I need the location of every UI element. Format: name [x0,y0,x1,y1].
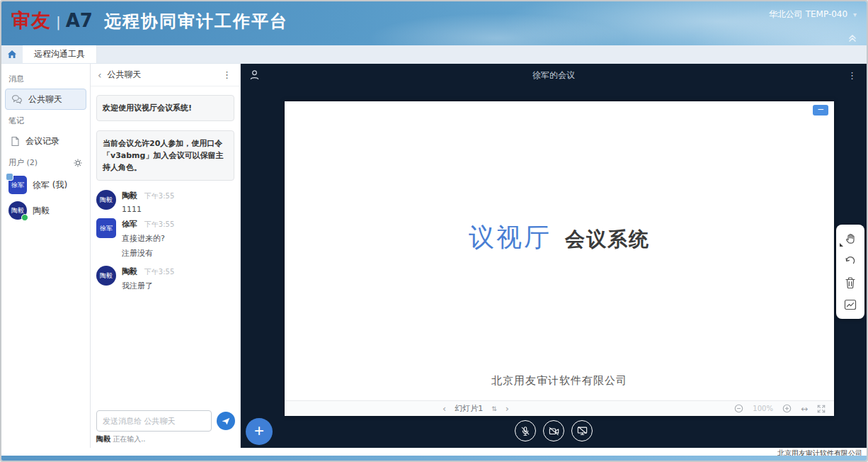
back-icon[interactable]: ‹ [98,69,102,81]
chat-title: 公共聊天 [108,69,142,81]
undo-icon [844,254,857,267]
slide-brand-text: 议视厅 [469,222,552,252]
hand-icon [844,232,857,245]
camera-off-button[interactable] [543,420,564,441]
slide-toolbar: ‹ 幻灯片1 ⇅ › 100% [285,400,834,416]
fullscreen-icon [817,405,826,413]
document-icon [11,136,20,147]
chat-message: 陶毅 陶毅 下午3:55 我注册了 [96,266,234,291]
account-menu[interactable]: 华北公司 TEMP-040 ▾ [769,9,857,21]
sender-name: 陶毅 [122,191,137,201]
shared-screen-area: − 议视厅 会议系统 北京用友审计软件有限公司 ‹ 幻灯片1 ⇅ › [241,86,867,416]
sender-name: 陶毅 [122,267,137,276]
home-button[interactable] [1,45,23,63]
clear-annotations-button[interactable] [843,275,858,291]
hand-tool-button[interactable] [843,231,858,247]
message-text: 直接进来的? [122,233,174,244]
prev-slide-icon[interactable]: ‹ [442,403,446,414]
message-time: 下午3:55 [144,268,174,276]
notes-section-label: 笔记 [1,110,90,130]
sender-name: 徐军 [122,220,137,229]
brand-divider: | [56,13,61,30]
presentation-slide: − 议视厅 会议系统 北京用友审计软件有限公司 ‹ 幻灯片1 ⇅ › [285,101,834,416]
brand-name: 审友 [11,8,51,33]
participant-icon[interactable] [249,69,260,81]
home-icon [7,50,17,59]
chat-message-list: 欢迎使用议视厅会议系统! 当前会议允许20人参加，使用口令「v3abmg」加入会… [91,86,240,448]
tool-options-triangle-icon [840,243,843,247]
brand-logo: 审友 | A7 远程协同审计工作平台 [11,8,288,33]
bottom-accent-bar [1,456,867,461]
zoom-in-button[interactable] [782,404,792,413]
fullscreen-button[interactable] [817,405,826,413]
zoom-out-button[interactable] [734,404,743,413]
message-text: 注册没有 [122,248,234,259]
double-chevron-up-icon [847,32,858,43]
org-name: 华北公司 [769,9,803,19]
avatar: 陶毅 [96,190,116,210]
minimize-slide-button[interactable]: − [813,105,828,116]
user-row-participant[interactable]: 陶毅 陶毅 [1,198,90,223]
users-section-label: 用户 (2) [1,152,90,172]
main-content: 消息 公共聊天 笔记 会议记录 用户 (2) [1,64,867,448]
conference-more-menu-icon[interactable]: ⋮ [846,70,858,81]
gear-icon[interactable] [73,158,83,168]
host-badge-icon [6,173,13,181]
sidebar-item-public-chat[interactable]: 公共聊天 [5,89,86,110]
insert-chart-button[interactable] [843,297,858,312]
avatar: 徐军 [8,176,27,194]
chat-bubbles-icon [11,94,23,104]
caret-down-icon: ▾ [853,11,857,18]
chat-header: ‹ 公共聊天 ⋮ [91,64,240,86]
tab-remote-communication[interactable]: 远程沟通工具 [23,45,97,63]
conference-panel: 徐军的会议 ⋮ − 议视厅 会议系统 北京用友审计软件有限公司 [241,64,867,448]
slide-title: 议视厅 会议系统 [285,220,834,255]
meeting-title: 徐军的会议 [241,69,867,81]
messages-section-label: 消息 [1,68,90,89]
app-header: 审友 | A7 远程协同审计工作平台 华北公司 TEMP-040 ▾ [1,1,867,45]
system-message: 当前会议允许20人参加，使用口令「v3abmg」加入会议可以保留主持人角色。 [96,130,234,181]
message-text: 1111 [122,205,174,214]
brand-product: A7 [66,10,93,31]
avatar: 陶毅 [8,201,27,220]
public-chat-label: 公共聊天 [28,94,62,106]
user-name: 徐军 (我) [33,179,67,191]
system-message: 欢迎使用议视厅会议系统! [96,95,234,121]
trash-icon [845,276,856,289]
tab-label: 远程沟通工具 [34,48,85,60]
typing-indicator: 陶毅 正在输入.. [96,434,234,444]
user-row-self[interactable]: 徐军 徐军 (我) [1,172,90,198]
chat-message: 徐军 徐军 下午3:55 直接进来的? [96,218,234,244]
collapse-header-button[interactable] [847,32,858,43]
undo-button[interactable] [843,253,858,269]
slide-company-text: 北京用友审计软件有限公司 [285,374,834,388]
chat-more-menu-icon[interactable]: ⋮ [221,69,233,80]
slide-subtitle-text: 会议系统 [565,227,650,251]
meeting-notes-label: 会议记录 [25,135,59,147]
slide-navigation: ‹ 幻灯片1 ⇅ › [201,401,750,416]
chat-panel: ‹ 公共聊天 ⋮ 欢迎使用议视厅会议系统! 当前会议允许20人参加，使用口令「v… [91,64,241,448]
slide-number-label: 幻灯片1 [455,403,483,414]
zoom-level-label: 100% [753,405,773,412]
next-slide-icon[interactable]: › [506,403,509,414]
app-window: 审友 | A7 远程协同审计工作平台 华北公司 TEMP-040 ▾ 远程沟通工… [0,0,868,462]
message-time: 下午3:55 [144,192,174,200]
chat-input[interactable] [96,410,212,432]
annotation-toolbar [836,225,864,319]
chat-message: 陶毅 陶毅 下午3:55 1111 [96,190,234,214]
line-chart-icon [844,299,857,310]
slide-picker-icon[interactable]: ⇅ [491,405,497,412]
sidebar-item-meeting-notes[interactable]: 会议记录 [5,130,86,152]
screen-share-off-button[interactable] [571,420,593,441]
camera-off-icon [549,427,559,436]
add-content-button[interactable]: + [246,418,273,445]
zoom-controls: 100% ↔ [734,401,826,416]
message-time: 下午3:55 [144,220,174,228]
zoom-out-icon [734,404,743,413]
conference-header: 徐军的会议 ⋮ [241,64,867,86]
user-code: TEMP-040 [806,9,847,19]
screen-share-off-icon [577,426,588,436]
platform-title: 远程协同审计工作平台 [104,10,288,33]
fit-width-button[interactable]: ↔ [801,404,808,414]
microphone-muted-button[interactable] [515,420,536,441]
